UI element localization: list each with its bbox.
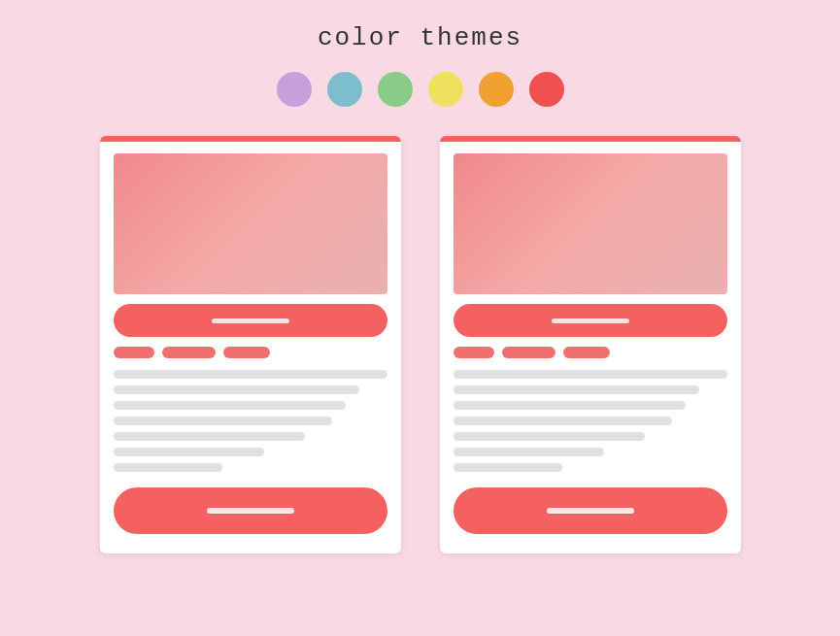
swatch-blue[interactable]	[327, 72, 362, 107]
card-2-image	[454, 153, 727, 294]
card-1-line-3	[114, 401, 347, 410]
card-2-line-7	[454, 463, 563, 472]
card-2-tags	[454, 347, 727, 358]
card-1-footer-line	[207, 508, 294, 514]
card-2-button-line	[552, 318, 629, 323]
card-2-tag-3	[563, 347, 610, 358]
card-1-line-5	[114, 432, 305, 441]
card-1-line-7	[114, 463, 223, 472]
card-1-line-6	[114, 448, 264, 456]
card-2-primary-button[interactable]	[454, 304, 727, 337]
card-1-lines	[114, 370, 387, 472]
card-1-tag-2	[162, 347, 216, 358]
card-2-line-2	[454, 385, 700, 394]
color-swatches-container	[277, 72, 564, 107]
card-2-lines	[454, 370, 727, 472]
card-2-line-4	[454, 417, 673, 425]
swatch-green[interactable]	[378, 72, 413, 107]
card-1-top-bar	[100, 136, 401, 142]
page-title: color themes	[318, 23, 522, 52]
card-1-line-4	[114, 417, 333, 425]
card-2-footer-line	[547, 508, 634, 514]
card-2-line-5	[454, 432, 645, 441]
cards-container	[100, 136, 741, 553]
swatch-purple[interactable]	[277, 72, 312, 107]
card-1-primary-button[interactable]	[114, 304, 387, 337]
swatch-yellow[interactable]	[428, 72, 463, 107]
swatch-red[interactable]	[529, 72, 564, 107]
card-2-top-bar	[440, 136, 741, 142]
card-1-tag-1	[114, 347, 154, 358]
card-2	[440, 136, 741, 553]
card-1-image	[114, 153, 387, 294]
card-1-line-2	[114, 385, 360, 394]
card-2-tag-1	[454, 347, 494, 358]
card-1-button-line	[212, 318, 289, 323]
card-1-tags	[114, 347, 387, 358]
card-2-footer-button[interactable]	[454, 487, 727, 534]
card-2-line-1	[454, 370, 727, 379]
card-1	[100, 136, 401, 553]
card-1-line-1	[114, 370, 387, 379]
swatch-orange[interactable]	[479, 72, 514, 107]
card-1-tag-3	[223, 347, 270, 358]
card-2-line-3	[454, 401, 687, 410]
card-2-line-6	[454, 448, 604, 456]
card-2-tag-2	[502, 347, 555, 358]
card-1-footer-button[interactable]	[114, 487, 387, 534]
